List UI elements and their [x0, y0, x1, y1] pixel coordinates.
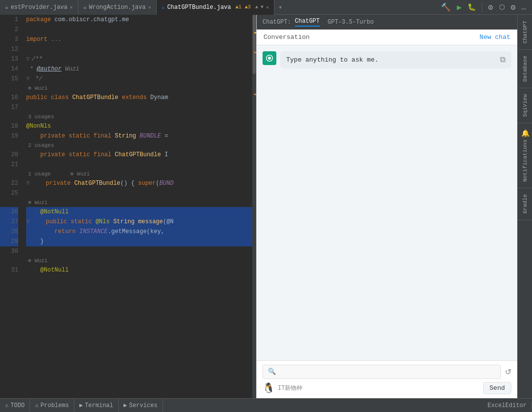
- chatgpt-avatar: [263, 51, 276, 65]
- chat-tab-gpt35[interactable]: GPT-3.5-Turbo: [328, 19, 374, 26]
- scroll-marker-1: [254, 32, 256, 34]
- sidebar-tool-sqiview[interactable]: SqiView: [518, 88, 532, 123]
- meta-1-usage: 1 usage ⊕ Wuzi: [26, 170, 256, 178]
- code-line-17: [26, 103, 256, 112]
- status-terminal[interactable]: ▶ Terminal: [74, 399, 119, 412]
- status-exceleditor[interactable]: ExcelEditor: [483, 402, 532, 409]
- code-line-2: [26, 25, 256, 34]
- scroll-marker-3: [254, 94, 256, 95]
- tab-overflow[interactable]: ▾: [274, 3, 286, 11]
- chat-actions-row: 🐧 IT新物种 Send: [263, 382, 511, 394]
- tab-close[interactable]: ✕: [266, 4, 269, 10]
- tab-bar: ☕ estProvider.java ✕ ☕ WrongAction.java …: [0, 0, 532, 15]
- chat-input-row: ↺: [263, 365, 511, 379]
- meta-2-usages: 2 usages: [26, 141, 256, 150]
- terminal-label: Terminal: [85, 402, 113, 409]
- line-numbers: 1 2 3 12 13 14 15 16 17 18 19 20 21: [0, 15, 22, 398]
- chat-messages[interactable]: Type anything to ask me. ⧉: [257, 45, 517, 360]
- meta-wuzi-3: ⊕ Wuzi: [26, 256, 256, 265]
- services-label: Services: [129, 402, 158, 409]
- code-line-1: package com.obiscr.chatgpt.me: [26, 15, 256, 25]
- brand-text: IT新物种: [278, 384, 302, 392]
- chat-brand: 🐧 IT新物种: [263, 382, 302, 394]
- tab-icon: ☕: [162, 4, 165, 10]
- code-line-28: return INSTANCE.getMessage(key,: [26, 227, 256, 237]
- tab-wrongaction[interactable]: ☕ WrongAction.java ✕: [78, 0, 157, 15]
- chat-input-area: ↺ 🐧 IT新物种 Send: [257, 360, 517, 398]
- toolbar-run[interactable]: ▶: [455, 0, 464, 14]
- problems-icon: ⚠: [35, 402, 38, 409]
- code-line-14: * @author Wuzi: [26, 64, 256, 74]
- code-line-12: [26, 44, 256, 54]
- chat-input[interactable]: [263, 365, 501, 379]
- toolbar-config2[interactable]: ⚙: [509, 0, 518, 14]
- toolbar-github[interactable]: ⬡: [497, 1, 507, 13]
- code-line-13: ▽/**: [26, 54, 256, 64]
- scrollbar-thumb[interactable]: [253, 15, 256, 74]
- send-button[interactable]: Send: [483, 382, 511, 394]
- brand-logo: 🐧: [263, 382, 275, 394]
- toolbar-debug[interactable]: 🐛: [466, 1, 478, 13]
- conversation-header: Conversation New chat: [257, 30, 517, 45]
- new-chat-button[interactable]: New chat: [480, 34, 510, 41]
- chat-app-name: ChatGPT:: [263, 19, 291, 26]
- app-container: ☕ estProvider.java ✕ ☕ WrongAction.java …: [0, 0, 532, 412]
- tab-close[interactable]: ✕: [70, 4, 73, 10]
- code-line-22: ▽ private ChatGPTBundle() { super(BUND: [26, 178, 256, 188]
- svg-point-0: [268, 57, 271, 60]
- problems-label: Problems: [40, 402, 69, 409]
- sidebar-tool-gradle[interactable]: Gradle: [518, 188, 532, 220]
- initial-message: Type anything to ask me. ⧉: [280, 51, 511, 69]
- sidebar-tool-notifications[interactable]: 🔔 Notifications: [518, 123, 532, 188]
- code-line-3: import ...: [26, 34, 256, 44]
- code-line-31: @NotNull: [26, 265, 256, 275]
- meta-wuzi-1: ⊕ Wuzi: [26, 84, 256, 93]
- status-items: ⚠ TODO ⚠ Problems ▶ Terminal ▶ Services: [0, 399, 483, 412]
- code-line-27: ▽ public static @Nls String message(@N: [26, 217, 256, 227]
- toolbar-settings[interactable]: ⚙: [486, 0, 495, 14]
- toolbar-more[interactable]: …: [519, 1, 528, 14]
- tab-testprovider[interactable]: ☕ estProvider.java ✕: [0, 0, 78, 15]
- error-marker: ▲3: [245, 4, 251, 10]
- status-problems[interactable]: ⚠ Problems: [30, 399, 74, 412]
- code-line-25: [26, 188, 256, 198]
- status-todo[interactable]: ⚠ TODO: [0, 399, 30, 412]
- tab-label: WrongAction.java: [89, 4, 146, 11]
- toolbar-build[interactable]: 🔨: [439, 0, 453, 14]
- right-sidebar: ChatGPT Database SqiView 🔔 Notifications…: [517, 15, 532, 398]
- code-line-21: [26, 160, 256, 170]
- exceleditor-label: ExcelEditor: [488, 402, 527, 409]
- services-icon: ▶: [124, 402, 127, 409]
- tab-icon: ☕: [83, 4, 87, 10]
- scroll-marker-2: [254, 52, 256, 53]
- chat-tab-chatgpt[interactable]: ChatGPT: [295, 18, 320, 27]
- code-line-16: public class ChatGPTBundle extends Dynam: [26, 93, 256, 103]
- refresh-button[interactable]: ↺: [505, 367, 511, 377]
- sidebar-tool-database[interactable]: Database: [518, 50, 532, 88]
- initial-message-bubble: Type anything to ask me. ⧉: [263, 51, 511, 69]
- code-editor: 1 2 3 12 13 14 15 16 17 18 19 20 21: [0, 15, 256, 398]
- status-services[interactable]: ▶ Services: [119, 399, 163, 412]
- editor-scrollbar[interactable]: [252, 15, 256, 398]
- expand-icon[interactable]: ▲: [255, 4, 258, 10]
- copy-button[interactable]: ⧉: [500, 55, 505, 65]
- todo-icon: ⚠: [5, 402, 8, 409]
- chat-app-header: ChatGPT: ChatGPT GPT-3.5-Turbo: [257, 15, 517, 30]
- tab-chatgptbundle[interactable]: ☕ ChatGPTBundle.java ▲1 ▲3 ▲ ▼ ✕: [157, 0, 274, 15]
- code-area-wrapper: 1 2 3 12 13 14 15 16 17 18 19 20 21: [0, 15, 256, 398]
- warning-marker: ▲1: [235, 4, 241, 10]
- status-bar: ⚠ TODO ⚠ Problems ▶ Terminal ▶ Services …: [0, 398, 532, 412]
- code-line-30: [26, 246, 256, 256]
- code-content: package com.obiscr.chatgpt.me import ...…: [22, 15, 256, 398]
- initial-message-text: Type anything to ask me.: [286, 56, 378, 64]
- code-line-29: }: [26, 237, 256, 246]
- code-line-20: private static final ChatGPTBundle I: [26, 150, 256, 160]
- status-right: ExcelEditor: [483, 402, 532, 409]
- tab-label: estProvider.java: [11, 4, 67, 11]
- content-area: 1 2 3 12 13 14 15 16 17 18 19 20 21: [0, 15, 532, 398]
- sidebar-tool-chatgpt[interactable]: ChatGPT: [518, 15, 532, 50]
- tab-close[interactable]: ✕: [148, 4, 151, 10]
- collapse-icon[interactable]: ▼: [261, 4, 264, 10]
- chat-panel: ChatGPT: ChatGPT GPT-3.5-Turbo Conversat…: [256, 15, 517, 398]
- tab-label: ChatGPTBundle.java: [167, 4, 231, 11]
